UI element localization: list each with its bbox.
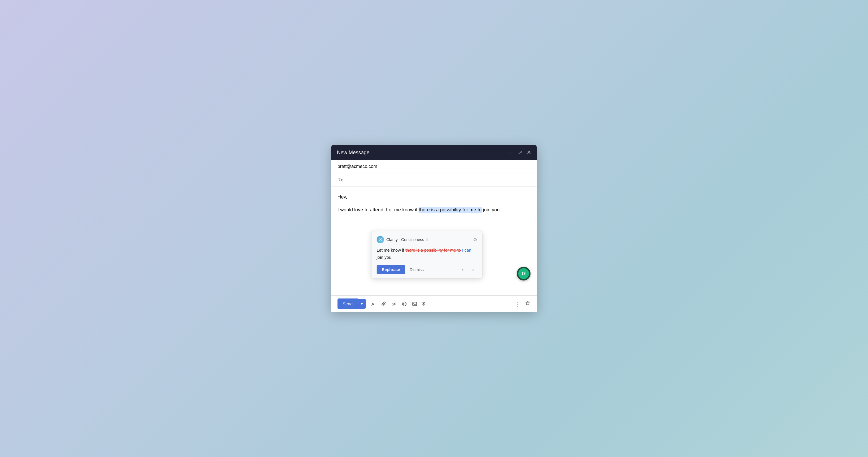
send-dropdown-button[interactable]: ▾ <box>358 299 366 309</box>
settings-icon[interactable]: ⚙ <box>473 237 477 243</box>
greeting-line: Hey, <box>338 193 530 201</box>
font-icon[interactable]: A <box>371 301 376 306</box>
to-field[interactable]: brett@acmeco.com <box>331 160 537 173</box>
body-after: join you. <box>482 207 501 213</box>
image-icon[interactable] <box>412 301 417 306</box>
subject-field[interactable]: Re: <box>331 173 537 187</box>
body-before: I would love to attend. Let me know if <box>338 207 418 213</box>
grammarly-fab-button[interactable]: G <box>517 267 530 280</box>
emoji-icon[interactable] <box>402 301 407 306</box>
insert-phrase: I can <box>462 248 471 252</box>
title-bar: New Message — ⤢ ✕ <box>331 145 537 160</box>
svg-text:A: A <box>371 302 374 306</box>
window-title: New Message <box>337 150 369 156</box>
popup-category: Clarity - Conciseness <box>386 237 424 242</box>
info-icon[interactable]: ℹ <box>426 237 428 242</box>
dismiss-button[interactable]: Dismiss <box>409 265 425 274</box>
body-line: I would love to attend. Let me know if t… <box>338 206 530 214</box>
message-text: Hey, I would love to attend. Let me know… <box>338 193 530 214</box>
more-options-icon[interactable]: ⋮ <box>515 301 520 307</box>
title-bar-controls: — ⤢ ✕ <box>508 150 531 155</box>
popup-actions: Rephrase Dismiss ‹ › <box>377 265 477 274</box>
compose-window: New Message — ⤢ ✕ brett@acmeco.com Re: H… <box>331 145 537 312</box>
grammarly-popup: Clarity - Conciseness ℹ ⚙ Let me know if… <box>371 231 483 278</box>
svg-point-1 <box>402 302 406 306</box>
close-button[interactable]: ✕ <box>527 150 531 155</box>
next-suggestion-button[interactable]: › <box>469 266 477 274</box>
dollar-icon[interactable]: $ <box>422 301 425 307</box>
grammarly-logo-icon <box>377 236 384 243</box>
minimize-button[interactable]: — <box>508 150 514 155</box>
compose-body: brett@acmeco.com Re: Hey, I would love t… <box>331 160 537 312</box>
attach-icon[interactable] <box>381 301 386 306</box>
toolbar-right: ⋮ <box>515 300 530 307</box>
svg-point-3 <box>405 303 405 304</box>
strikethrough-phrase: there is a possibility for me to <box>405 248 461 252</box>
rephrase-button[interactable]: Rephrase <box>377 265 405 274</box>
delete-icon[interactable] <box>525 300 530 307</box>
subject-value: Re: <box>338 177 345 182</box>
suggestion-prefix: Let me know if <box>377 248 405 252</box>
send-button[interactable]: Send <box>338 299 358 309</box>
popup-header: Clarity - Conciseness ℹ ⚙ <box>377 236 477 243</box>
svg-point-2 <box>403 303 404 304</box>
toolbar-icons: A <box>371 301 425 307</box>
message-area[interactable]: Hey, I would love to attend. Let me know… <box>331 187 537 295</box>
popup-nav: ‹ › <box>459 266 477 274</box>
toolbar: Send ▾ A <box>331 295 537 312</box>
maximize-button[interactable]: ⤢ <box>518 150 522 155</box>
suggestion-suffix: join you. <box>377 255 393 260</box>
prev-suggestion-button[interactable]: ‹ <box>459 266 467 274</box>
grammarly-fab-icon: G <box>518 268 529 279</box>
popup-header-left: Clarity - Conciseness ℹ <box>377 236 428 243</box>
highlighted-phrase: there is a possibility for me to <box>418 207 482 213</box>
link-icon[interactable] <box>392 301 397 306</box>
popup-suggestion: Let me know if there is a possibility fo… <box>377 247 477 261</box>
to-value: brett@acmeco.com <box>338 164 377 169</box>
